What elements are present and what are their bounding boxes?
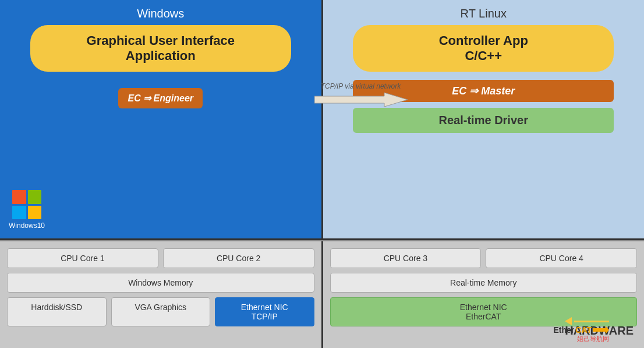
ethernet-nic-tcpip-box: Ethernet NICTCP/IP [215, 297, 314, 326]
watermark: 姐己导航网 [577, 335, 609, 343]
vga-box: VGA Graphics [111, 297, 211, 326]
cpu-core2-box: CPU Core 2 [163, 248, 314, 268]
flag-blue [12, 206, 26, 220]
bottom-section: CPU Core 1 CPU Core 2 Windows Memory Har… [0, 240, 644, 348]
windows-side: Windows Graphical User InterfaceApplicat… [0, 0, 323, 238]
gui-application-box: Graphical User InterfaceApplication [30, 25, 291, 72]
svg-rect-1 [593, 328, 606, 332]
yellow-line [574, 321, 609, 322]
flag-yellow [28, 206, 42, 220]
controller-app-box: Controller AppC/C++ [353, 25, 614, 72]
windows10-label: Windows10 [9, 222, 45, 230]
rtlinux-os-label: RT Linux [461, 7, 507, 20]
tcp-label: TCP/IP via virtual network [321, 82, 401, 90]
cpu-cores-row: CPU Core 1 CPU Core 2 [7, 248, 314, 268]
rtlinux-side: RT Linux Controller AppC/C++ EC ⇒ Master… [323, 0, 645, 238]
ec-master-label: EC ⇒ Master [452, 85, 515, 97]
ec-engineer-label: EC ⇒ Engineer [128, 93, 193, 103]
windows-logo-container: Windows10 [9, 190, 45, 230]
realtime-driver-box: Real-time Driver [353, 108, 614, 133]
hw-devices-row: Harddisk/SSD VGA Graphics Ethernet NICTC… [7, 297, 314, 326]
ethercat-area: Ether CAT 姐己导航网 [553, 316, 609, 343]
svg-marker-0 [314, 93, 408, 107]
ethercat-icon [593, 326, 609, 334]
ethercat-text: Ether [553, 325, 574, 335]
flag-red [12, 190, 26, 204]
realtime-memory-box: Real-time Memory [330, 273, 638, 293]
main-container: Windows Graphical User InterfaceApplicat… [0, 0, 644, 348]
cpu-core3-box: CPU Core 3 [330, 248, 482, 268]
windows-memory-box: Windows Memory [7, 273, 314, 293]
ethercat-cat-text: CAT [575, 325, 592, 335]
svg-marker-2 [606, 326, 609, 334]
ethercat-logo: Ether CAT [553, 325, 609, 335]
harddisk-box: Harddisk/SSD [7, 297, 107, 326]
top-section: Windows Graphical User InterfaceApplicat… [0, 0, 644, 240]
tcp-arrow [314, 92, 408, 108]
yellow-arrow-row [565, 317, 609, 325]
cpu-core1-box: CPU Core 1 [7, 248, 158, 268]
cpu-core4-box: CPU Core 4 [486, 248, 637, 268]
middle-row: EC ⇒ Engineer TCP/IP via virtual network [7, 88, 314, 108]
rt-cpu-cores-row: CPU Core 3 CPU Core 4 [330, 248, 638, 268]
yellow-arrowhead [565, 317, 572, 325]
windows-flag [12, 190, 41, 219]
ec-engineer-box: EC ⇒ Engineer [118, 88, 203, 108]
windows-os-label: Windows [137, 7, 184, 20]
hardware-left: CPU Core 1 CPU Core 2 Windows Memory Har… [0, 241, 323, 348]
flag-green [28, 190, 42, 204]
